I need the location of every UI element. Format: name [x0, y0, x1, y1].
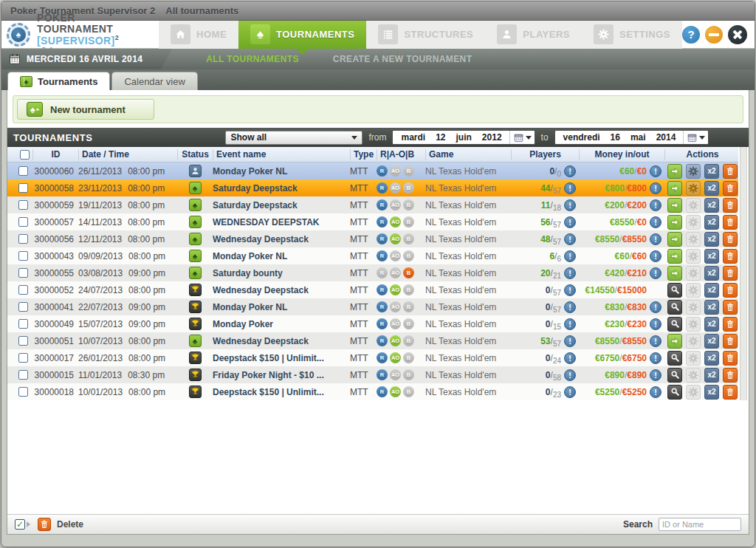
status-filter-select[interactable]: Show all [225, 131, 362, 145]
table-row[interactable]: 3000004915/07/201309:00 pmMonday PokerMT… [7, 315, 738, 332]
nav-item-tournaments[interactable]: ♠ TOURNAMENTS [238, 21, 366, 49]
open-tournament-button[interactable] [667, 181, 682, 196]
from-weekday[interactable]: mardi [396, 132, 430, 143]
col-header-datetime[interactable]: Date / Time [78, 149, 177, 160]
delete-row-button[interactable] [723, 351, 738, 366]
row-checkbox[interactable] [18, 183, 28, 193]
search-input[interactable] [659, 518, 741, 531]
table-row[interactable]: 3000001511/01/201308:30 pmFriday Poker N… [7, 366, 738, 383]
select-all-checkbox[interactable] [20, 150, 30, 160]
to-weekday[interactable]: vendredi [558, 132, 605, 143]
settings-gear-button[interactable] [686, 181, 701, 196]
delete-row-button[interactable] [723, 249, 738, 264]
col-header-players[interactable]: Players [511, 149, 579, 160]
table-row[interactable]: 3000005503/08/201309:00 pm♠Saturday boun… [7, 264, 738, 281]
duplicate-x2-button[interactable]: x2 [704, 385, 719, 400]
delete-row-button[interactable] [723, 164, 738, 179]
row-checkbox[interactable] [18, 268, 28, 278]
tab-calendar-view[interactable]: Calendar view [111, 72, 197, 90]
table-row[interactable]: 3000005612/11/201308:00 pm♠Wednesday Dee… [7, 230, 738, 247]
from-day[interactable]: 12 [430, 132, 450, 143]
view-tournament-button[interactable] [667, 317, 682, 332]
tab-tournaments[interactable]: Tournaments [7, 72, 110, 90]
delete-row-button[interactable] [723, 317, 738, 332]
settings-gear-button[interactable] [686, 198, 701, 213]
settings-gear-button[interactable] [686, 300, 701, 315]
table-row[interactable]: 3000001726/01/201308:00 pmDeepstack $150… [7, 349, 738, 366]
col-header-money[interactable]: Money in/out [579, 149, 664, 160]
duplicate-x2-button[interactable]: x2 [704, 249, 719, 264]
open-tournament-button[interactable] [667, 215, 682, 230]
to-date-field[interactable]: vendredi 16 mai 2014 [554, 130, 709, 145]
row-checkbox[interactable] [18, 319, 28, 329]
open-tournament-button[interactable] [667, 198, 682, 213]
col-header-actions[interactable]: Actions [664, 149, 740, 160]
selection-menu-arrow-icon[interactable] [27, 521, 33, 527]
duplicate-x2-button[interactable]: x2 [704, 215, 719, 230]
table-row[interactable]: 3000006026/11/201308:00 pmMonday Poker N… [7, 162, 738, 179]
row-checkbox[interactable] [18, 200, 28, 210]
duplicate-x2-button[interactable]: x2 [704, 351, 719, 366]
settings-gear-button[interactable] [686, 368, 701, 383]
settings-gear-button[interactable] [686, 215, 701, 230]
minimize-button[interactable] [705, 26, 723, 44]
view-tournament-button[interactable] [667, 368, 682, 383]
delete-row-button[interactable] [723, 198, 738, 213]
from-year[interactable]: 2012 [477, 132, 507, 143]
settings-gear-button[interactable] [686, 385, 701, 400]
delete-row-button[interactable] [723, 181, 738, 196]
table-row[interactable]: 3000004309/09/201308:00 pm♠Monday Poker … [7, 247, 738, 264]
from-date-field[interactable]: mardi 12 juin 2012 [392, 130, 535, 145]
delete-row-button[interactable] [723, 266, 738, 281]
nav-item-settings[interactable]: SETTINGS [582, 21, 682, 49]
settings-gear-button[interactable] [686, 317, 701, 332]
duplicate-x2-button[interactable]: x2 [704, 266, 719, 281]
row-checkbox[interactable] [18, 387, 28, 397]
col-header-event[interactable]: Event name [213, 149, 350, 160]
delete-row-button[interactable] [723, 334, 738, 349]
delete-row-button[interactable] [723, 283, 738, 298]
duplicate-x2-button[interactable]: x2 [704, 368, 719, 383]
subnav-all-tournaments[interactable]: ALL TOURNAMENTS [206, 54, 299, 64]
subnav-create-tournament[interactable]: CREATE A NEW TOURNAMENT [333, 54, 472, 64]
row-checkbox[interactable] [18, 166, 28, 176]
delete-trash-icon[interactable] [38, 518, 51, 531]
new-tournament-button[interactable]: ♠+ New tournament [17, 99, 154, 120]
view-tournament-button[interactable] [667, 283, 682, 298]
view-tournament-button[interactable] [667, 351, 682, 366]
table-row[interactable]: 3000004122/07/201309:00 pmMonday Poker N… [7, 298, 738, 315]
table-row[interactable]: 3000001810/01/201308:00 pmDeepstack $150… [7, 383, 738, 400]
to-month[interactable]: mai [625, 132, 651, 143]
settings-gear-button[interactable] [686, 164, 701, 179]
delete-select-checkbox[interactable]: ✓ [15, 519, 25, 530]
to-day[interactable]: 16 [605, 132, 625, 143]
open-tournament-button[interactable] [667, 249, 682, 264]
settings-gear-button[interactable] [686, 283, 701, 298]
open-tournament-button[interactable] [667, 232, 682, 247]
col-header-status[interactable]: Status [177, 149, 213, 160]
nav-item-home[interactable]: HOME [159, 21, 238, 49]
duplicate-x2-button[interactable]: x2 [704, 283, 719, 298]
row-checkbox[interactable] [18, 302, 28, 312]
row-checkbox[interactable] [18, 370, 28, 380]
settings-gear-button[interactable] [686, 232, 701, 247]
settings-gear-button[interactable] [686, 334, 701, 349]
from-calendar-button[interactable] [509, 131, 532, 144]
settings-gear-button[interactable] [686, 249, 701, 264]
duplicate-x2-button[interactable]: x2 [704, 317, 719, 332]
table-row[interactable]: 3000005224/07/201308:00 pmWednesday Deep… [7, 281, 738, 298]
delete-row-button[interactable] [723, 385, 738, 400]
settings-gear-button[interactable] [686, 266, 701, 281]
to-year[interactable]: 2014 [651, 132, 681, 143]
view-tournament-button[interactable] [667, 300, 682, 315]
row-checkbox[interactable] [18, 353, 28, 363]
row-checkbox[interactable] [18, 336, 28, 346]
table-row[interactable]: 3000005823/11/201308:00 pm♠Saturday Deep… [7, 179, 738, 196]
duplicate-x2-button[interactable]: x2 [704, 232, 719, 247]
delete-row-button[interactable] [723, 368, 738, 383]
row-checkbox[interactable] [18, 217, 28, 227]
help-button[interactable] [682, 26, 700, 44]
from-month[interactable]: juin [451, 132, 477, 143]
nav-item-players[interactable]: PLAYERS [485, 21, 582, 49]
col-header-id[interactable]: ID [32, 149, 78, 160]
